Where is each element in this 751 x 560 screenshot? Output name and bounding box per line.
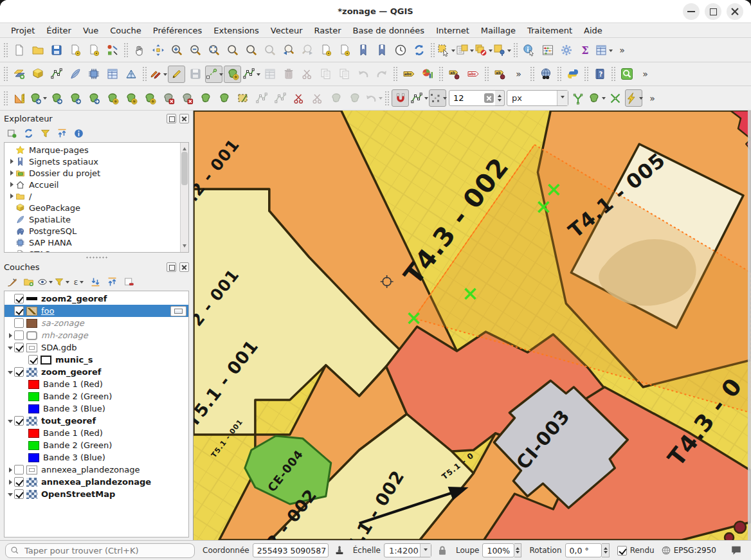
browser-properties-button[interactable] [71, 126, 86, 141]
scroll-up-icon[interactable] [183, 145, 186, 150]
dropdown-caret-icon[interactable] [219, 73, 223, 78]
data-source-manager-button[interactable] [10, 66, 28, 83]
toolbar-grip[interactable] [393, 66, 397, 82]
magnifier-spinner[interactable] [514, 543, 521, 557]
new-shapefile-layer-button[interactable] [48, 66, 65, 83]
dropdown-caret-icon[interactable] [443, 97, 447, 102]
toolbar-grip[interactable] [3, 66, 8, 82]
style-manager-button[interactable] [104, 42, 121, 59]
expand-arrow-icon[interactable] [7, 239, 15, 247]
snapping-units-select[interactable]: px [507, 90, 568, 106]
expand-arrow-icon[interactable] [20, 404, 28, 413]
browser-item[interactable]: Marque-pages [5, 144, 188, 156]
rotation-value[interactable]: 0,0 ° [565, 543, 602, 557]
digitize-segment-button[interactable] [205, 66, 222, 83]
layer-visibility-checkbox[interactable] [14, 294, 24, 303]
layer-item[interactable]: Bande 1 (Red) [5, 378, 188, 390]
vertex-editor-button[interactable] [253, 89, 270, 107]
toolbar-grip[interactable] [385, 91, 389, 106]
identify-features-button[interactable] [520, 42, 538, 59]
dropdown-caret-icon[interactable] [49, 281, 53, 285]
snap-intersection-button[interactable] [606, 89, 624, 107]
expand-arrow-icon[interactable] [20, 392, 28, 401]
menu-maillage[interactable]: Maillage [475, 24, 521, 37]
combo-caret-icon[interactable] [420, 544, 431, 557]
expand-arrow-icon[interactable] [20, 356, 28, 364]
locator-search-input[interactable] [23, 545, 190, 556]
toolbar-grip[interactable] [430, 42, 435, 58]
new-scratch-layer-button[interactable] [85, 66, 102, 83]
toolbar-grip[interactable] [484, 66, 489, 82]
toolbar-grip[interactable] [530, 66, 534, 82]
locator-search[interactable] [5, 543, 195, 558]
expand-arrow-icon[interactable] [20, 453, 28, 462]
layer-visibility-checkbox[interactable] [14, 330, 24, 340]
menu-internet[interactable]: Internet [430, 24, 475, 37]
snapping-mode-button[interactable] [429, 89, 446, 107]
layer-item[interactable]: annexea_plandezonage [5, 464, 188, 476]
show-layout-manager-button[interactable] [85, 42, 102, 59]
expression-filter-button[interactable]: ε [71, 275, 86, 290]
layer-visibility-checkbox[interactable] [14, 367, 24, 377]
add-ring-button[interactable] [104, 89, 121, 107]
browser-item[interactable]: PostgreSQL [5, 225, 188, 237]
refresh-map-button[interactable] [410, 42, 428, 59]
delete-part-button[interactable] [178, 89, 195, 107]
dropdown-caret-icon[interactable] [424, 97, 428, 102]
layer-item[interactable]: sa-zonage [5, 317, 188, 329]
new-project-button[interactable] [10, 42, 28, 59]
layer-item[interactable]: munic_s [5, 354, 188, 366]
copy-features-button[interactable] [317, 66, 334, 83]
select-by-location-button[interactable] [493, 42, 511, 59]
menu-projet[interactable]: Projet [5, 24, 41, 37]
layer-labeling-button[interactable] [400, 66, 417, 83]
undo-button[interactable] [354, 66, 372, 83]
browser-item[interactable]: Signets spatiaux [5, 156, 188, 167]
browser-item[interactable]: GeoPackage [5, 202, 188, 213]
expand-arrow-icon[interactable] [6, 368, 14, 376]
zoom-last-button[interactable] [280, 42, 297, 59]
enable-snapping-button[interactable] [392, 89, 409, 107]
layer-diagram-button[interactable] [419, 66, 436, 83]
add-part-button[interactable] [122, 89, 140, 107]
tolerance-spinner[interactable] [495, 90, 505, 106]
layer-item[interactable]: annexea_plandezonage [5, 476, 188, 488]
dropdown-caret-icon[interactable] [257, 73, 260, 78]
toolbar-overflow-button[interactable]: » [644, 89, 661, 107]
close-panel-icon[interactable] [179, 114, 189, 123]
lock-scale-icon[interactable] [437, 545, 448, 556]
layer-item[interactable]: Bande 3 (Blue) [5, 402, 188, 415]
crs-indicator[interactable]: EPSG:2950 [661, 545, 716, 555]
browser-item[interactable]: STAC [5, 248, 188, 253]
new-virtual-layer-button[interactable] [104, 66, 121, 83]
new-map-view-button[interactable] [317, 42, 334, 59]
toolbar-grip[interactable] [3, 42, 8, 58]
expand-arrow-icon[interactable] [7, 158, 15, 166]
manage-themes-button[interactable] [37, 275, 53, 290]
zoom-to-selection-button[interactable] [242, 42, 260, 59]
zoom-native-button[interactable] [261, 42, 278, 59]
new-spatial-bookmark-button[interactable] [354, 42, 372, 59]
dropdown-caret-icon[interactable] [639, 97, 643, 102]
toolbar-grip[interactable] [513, 42, 518, 58]
menu-raster[interactable]: Raster [309, 24, 347, 37]
menu-preferences[interactable]: Préférences [147, 24, 208, 37]
rotation-spinner[interactable] [602, 543, 609, 557]
dropdown-caret-icon[interactable] [43, 97, 47, 102]
pan-to-selection-button[interactable] [149, 42, 167, 59]
render-checkbox[interactable] [617, 546, 627, 555]
layer-visibility-checkbox[interactable] [14, 416, 24, 426]
save-edits-button[interactable] [186, 66, 204, 83]
select-by-value-button[interactable] [456, 42, 473, 59]
render-toggle[interactable]: Rendu [617, 546, 655, 555]
pin-labels-button[interactable] [446, 66, 463, 83]
new-mesh-layer-button[interactable] [122, 66, 140, 83]
temporal-controller-button[interactable] [392, 42, 409, 59]
expand-arrow-icon[interactable] [7, 250, 15, 253]
menu-aide[interactable]: Aide [578, 24, 608, 37]
zoom-full-button[interactable] [205, 42, 222, 59]
deselect-features-button[interactable] [475, 42, 492, 59]
avoid-overlap-button[interactable] [588, 89, 605, 107]
redo-button[interactable] [373, 66, 390, 83]
current-edits-button[interactable] [149, 66, 167, 83]
